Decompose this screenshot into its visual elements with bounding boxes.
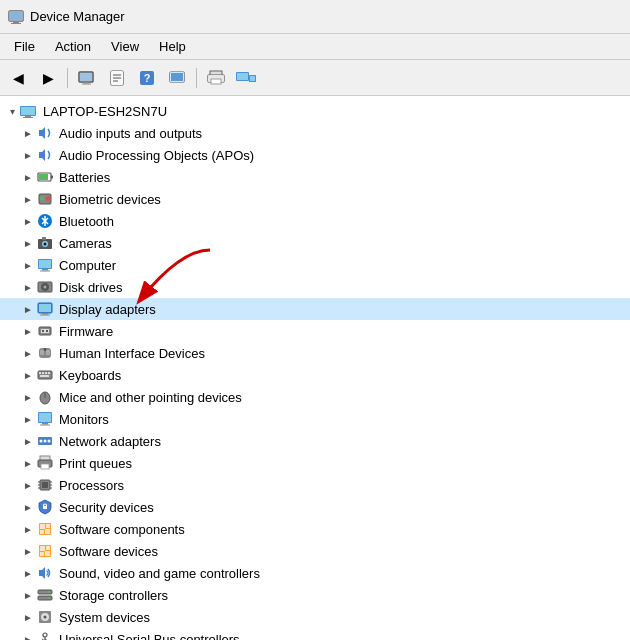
tree-item-disk-drives[interactable]: ►Disk drives <box>0 276 630 298</box>
show-hide-btn[interactable] <box>73 65 101 91</box>
svg-point-76 <box>48 440 51 443</box>
computer-label: Computer <box>59 258 116 273</box>
usb-icon <box>36 630 54 640</box>
toolbar-separator <box>67 68 68 88</box>
help-btn[interactable]: ? <box>133 65 161 91</box>
svg-rect-45 <box>40 271 50 272</box>
svg-rect-58 <box>44 348 46 351</box>
biometric-icon <box>36 190 54 208</box>
forward-btn[interactable]: ▶ <box>34 65 62 91</box>
tree-item-storage-ctrl[interactable]: ►Storage controllers <box>0 584 630 606</box>
tree-item-system-devices[interactable]: ►System devices <box>0 606 630 628</box>
svg-rect-60 <box>46 350 50 355</box>
tree-item-network[interactable]: ►Network adapters <box>0 430 630 452</box>
properties-btn[interactable] <box>103 65 131 91</box>
menu-item-action[interactable]: Action <box>45 37 101 56</box>
root-chevron: ▾ <box>4 106 20 117</box>
hid-label: Human Interface Devices <box>59 346 205 361</box>
root-label: LAPTOP-ESH2SN7U <box>43 104 167 119</box>
item-chevron: ► <box>20 436 36 447</box>
svg-rect-91 <box>40 524 45 529</box>
svg-rect-4 <box>10 12 22 20</box>
svg-rect-28 <box>21 107 35 115</box>
item-chevron: ► <box>20 304 36 315</box>
svg-rect-66 <box>40 375 49 377</box>
svg-rect-94 <box>45 529 50 534</box>
security-label: Security devices <box>59 500 154 515</box>
tree-item-audio-io[interactable]: ►Audio inputs and outputs <box>0 122 630 144</box>
svg-point-48 <box>44 286 47 289</box>
item-chevron: ► <box>20 458 36 469</box>
item-chevron: ► <box>20 216 36 227</box>
svg-rect-59 <box>40 350 44 355</box>
item-chevron: ► <box>20 590 36 601</box>
svg-rect-2 <box>11 23 21 24</box>
sound-video-label: Sound, video and game controllers <box>59 566 260 581</box>
svg-rect-64 <box>45 372 47 374</box>
menu-item-help[interactable]: Help <box>149 37 196 56</box>
tree-item-bluetooth[interactable]: ►Bluetooth <box>0 210 630 232</box>
svg-rect-1 <box>13 21 19 23</box>
tree-item-computer[interactable]: ►Computer <box>0 254 630 276</box>
svg-rect-70 <box>39 413 51 422</box>
svg-point-36 <box>46 196 51 201</box>
batteries-icon <box>36 168 54 186</box>
item-chevron: ► <box>20 480 36 491</box>
device-btn[interactable] <box>163 65 191 91</box>
tree-item-cameras[interactable]: ►Cameras <box>0 232 630 254</box>
item-chevron: ► <box>20 348 36 359</box>
tree-item-sw-devices[interactable]: ►Software devices <box>0 540 630 562</box>
print-queues-icon <box>36 454 54 472</box>
svg-rect-26 <box>250 76 255 81</box>
svg-rect-81 <box>42 482 48 488</box>
back-btn[interactable]: ◀ <box>4 65 32 91</box>
audio-apo-icon <box>36 146 54 164</box>
computer-btn[interactable] <box>232 65 260 91</box>
bluetooth-icon <box>36 212 54 230</box>
print-btn[interactable] <box>202 65 230 91</box>
tree-items: ►Audio inputs and outputs►Audio Processi… <box>0 122 630 640</box>
tree-item-keyboards[interactable]: ►Keyboards <box>0 364 630 386</box>
tree-item-batteries[interactable]: ►Batteries <box>0 166 630 188</box>
device-tree[interactable]: ▾ LAPTOP-ESH2SN7U ►Audio inputs and o <box>0 96 630 640</box>
tree-item-security[interactable]: ►Security devices <box>0 496 630 518</box>
monitors-label: Monitors <box>59 412 109 427</box>
svg-rect-7 <box>84 82 89 84</box>
svg-rect-93 <box>40 530 44 534</box>
svg-point-75 <box>44 440 47 443</box>
tree-item-monitors[interactable]: ►Monitors <box>0 408 630 430</box>
app-icon <box>8 9 24 25</box>
menu-item-view[interactable]: View <box>101 37 149 56</box>
tree-item-hid[interactable]: ►Human Interface Devices <box>0 342 630 364</box>
tree-item-display-adapters[interactable]: ►Display adapters <box>0 298 630 320</box>
svg-rect-18 <box>171 73 183 81</box>
tree-item-sw-components[interactable]: ►Software components <box>0 518 630 540</box>
tree-item-audio-apo[interactable]: ►Audio Processing Objects (APOs) <box>0 144 630 166</box>
item-chevron: ► <box>20 414 36 425</box>
svg-point-102 <box>48 591 50 593</box>
svg-point-40 <box>44 243 47 246</box>
computer-icon <box>36 256 54 274</box>
audio-io-label: Audio inputs and outputs <box>59 126 202 141</box>
cameras-icon <box>36 234 54 252</box>
tree-root[interactable]: ▾ LAPTOP-ESH2SN7U <box>0 100 630 122</box>
tree-item-biometric[interactable]: ►Biometric devices <box>0 188 630 210</box>
tree-item-mice[interactable]: ►Mice and other pointing devices <box>0 386 630 408</box>
item-chevron: ► <box>20 150 36 161</box>
audio-io-icon <box>36 124 54 142</box>
item-chevron: ► <box>20 282 36 293</box>
tree-item-sound-video[interactable]: ►Sound, video and game controllers <box>0 562 630 584</box>
disk-drives-label: Disk drives <box>59 280 123 295</box>
tree-item-print-queues[interactable]: ►Print queues <box>0 452 630 474</box>
menu-item-file[interactable]: File <box>4 37 45 56</box>
svg-rect-56 <box>46 330 48 332</box>
tree-item-firmware[interactable]: ►Firmware <box>0 320 630 342</box>
mice-icon <box>36 388 54 406</box>
biometric-label: Biometric devices <box>59 192 161 207</box>
disk-drives-icon <box>36 278 54 296</box>
tree-item-processors[interactable]: ►Processors <box>0 474 630 496</box>
hid-icon <box>36 344 54 362</box>
firmware-icon <box>36 322 54 340</box>
tree-item-usb[interactable]: ►Universal Serial Bus controllers <box>0 628 630 640</box>
menu-bar: FileActionViewHelp <box>0 34 630 60</box>
